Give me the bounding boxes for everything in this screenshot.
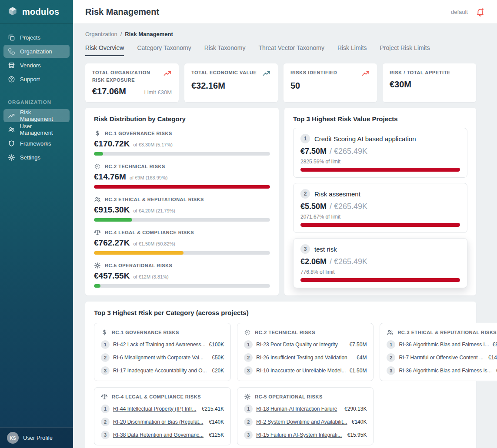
top-projects-panel: Top 3 Highest Risk Value Projects 1 Cred… (284, 108, 476, 295)
category-label: RC-4 LEGAL & COMPLIANCE RISKS (105, 230, 194, 235)
dollar-icon (101, 329, 108, 336)
risk-item: 2 RI-20 Discrimination or Bias (Regulat.… (101, 418, 224, 426)
stat-cards: TOTAL ORGANIZATION RISK EXPOSURE €17.06M… (85, 63, 476, 102)
sidebar-item-risk-management[interactable]: Risk Management (3, 109, 70, 122)
risk-item: 3 RI-15 Failure in AI-System Integrati..… (244, 431, 367, 439)
risk-link[interactable]: RI-36 Algorithmic Bias and Fairness Is..… (399, 368, 492, 374)
risk-link[interactable]: RI-17 Inadequate Accountability and O... (113, 368, 208, 374)
project-card-2[interactable]: 2 Risk assesment €5.50M / €265.49K 2071.… (293, 183, 467, 233)
progress-bar (94, 284, 270, 288)
progress-bar (94, 218, 270, 222)
distribution-row-rc2: RC-2 TECHNICAL RISKS €14.76M of €9M (163… (94, 163, 270, 189)
risk-link[interactable]: RI-7 Harmful or Offensive Content ... (399, 355, 484, 361)
stat-label: TOTAL ORGANIZATION RISK EXPOSURE (92, 69, 160, 83)
brand-logo[interactable]: modulos (0, 0, 73, 24)
stat-limit-note: Limit €30M (144, 89, 172, 96)
project-card-3[interactable]: 3 test risk €2.06M / €265.49K 776.8% of … (293, 238, 467, 288)
risk-value: €50K (212, 355, 224, 361)
stat-value: €32.16M (191, 81, 225, 91)
tab-project-risk-limits[interactable]: Project Risk Limits (380, 44, 430, 56)
project-name: test risk (314, 246, 337, 253)
risk-link[interactable]: RI-26 Insufficient Testing and Validatio… (256, 355, 353, 361)
panel-title: Top 3 Highest Risk per Category (across … (94, 309, 467, 316)
risk-link[interactable]: RI-42 Lack of Training and Awareness... (113, 342, 206, 348)
sidebar-item-user-management[interactable]: User Management (3, 123, 70, 136)
page-title: Risk Management (85, 7, 159, 17)
risk-value: €900K (493, 342, 497, 348)
sidebar-item-projects[interactable]: Projects (3, 31, 70, 44)
project-name: Credit Scoring AI based application (314, 135, 416, 143)
gear-icon (8, 154, 15, 161)
breadcrumb-organization[interactable]: Organization (85, 31, 117, 37)
workflow-icon (8, 48, 15, 55)
sidebar-item-support[interactable]: Support (3, 73, 70, 86)
sidebar-item-frameworks[interactable]: Frameworks (3, 137, 70, 150)
distribution-row-rc3: RC-3 ETHICAL & REPUTATIONAL RISKS €915.3… (94, 196, 270, 222)
shield-icon (8, 140, 15, 147)
risk-link[interactable]: RI-2 System Downtime and Availabilit... (256, 419, 348, 425)
risk-item: 1 RI-23 Poor Data Quality or Integrity €… (244, 340, 367, 349)
category-note: of €12M (3.81%) (133, 274, 168, 279)
sidebar-item-label: User Management (20, 123, 65, 136)
tab-risk-taxonomy[interactable]: Risk Taxonomy (204, 44, 246, 56)
store-icon (8, 62, 15, 69)
risk-link[interactable]: RI-18 Human-AI Interaction Failure (256, 406, 341, 412)
users-icon (8, 126, 15, 133)
sidebar-item-label: Support (20, 76, 40, 83)
rank-badge: 3 (244, 366, 253, 375)
dollar-icon (94, 130, 101, 137)
stat-card-risk-total-appetite: RISK / TOTAL APPETITE €30M (383, 63, 476, 102)
risk-item: 2 RI-6 Misalignment with Corporate Val..… (101, 353, 224, 362)
category-card-rc5: RC-5 OPERATIONAL RISKS 1 RI-18 Human-AI … (237, 387, 374, 445)
panel-title: Top 3 Highest Risk Value Projects (293, 115, 467, 123)
sidebar-item-vendors[interactable]: Vendors (3, 59, 70, 72)
chip-icon (244, 329, 251, 336)
scales-icon (101, 393, 108, 400)
bell-icon[interactable] (476, 7, 485, 17)
category-note: of €1.50M (50.82%) (133, 241, 175, 246)
modulos-cube-icon (7, 6, 18, 17)
category-note: of €9M (163.99%) (130, 175, 167, 180)
rank-badge: 2 (244, 353, 253, 362)
stat-card-risks-identified: RISKS IDENTIFIED 50 (284, 63, 377, 102)
risk-link[interactable]: RI-6 Misalignment with Corporate Val... (113, 355, 208, 361)
risk-link[interactable]: RI-36 Algorithmic Bias and Fairness I... (399, 342, 489, 348)
sidebar-item-organization[interactable]: Organization (3, 45, 70, 58)
rank-badge: 1 (244, 340, 253, 349)
top-risks-panel: Top 3 Highest Risk per Category (across … (85, 302, 476, 448)
risk-link[interactable]: RI-20 Discrimination or Bias (Regulat... (113, 419, 206, 425)
progress-bar (94, 251, 270, 255)
risk-value: €14.89K (488, 355, 497, 361)
risk-item: 3 RI-17 Inadequate Accountability and O.… (101, 366, 224, 375)
risk-value: €1.50M (349, 368, 367, 374)
risk-value: €7.50M (349, 342, 367, 348)
risk-link[interactable]: RI-15 Failure in AI-System Integrati... (256, 432, 344, 438)
user-profile[interactable]: KS User Profile (0, 427, 73, 448)
category-note: of €4.20M (21.79%) (133, 208, 175, 213)
trending-up-icon (361, 69, 370, 78)
risk-link[interactable]: RI-44 Intellectual Property (IP) Infr... (113, 406, 198, 412)
rank-badge: 2 (387, 353, 395, 362)
category-label: RC-1 GOVERNANCE RISKS (112, 330, 179, 335)
sidebar-item-settings[interactable]: Settings (3, 151, 70, 164)
users-icon (94, 196, 101, 203)
tab-threat-vector-taxonomy[interactable]: Threat Vector Taxonomy (258, 44, 324, 56)
tab-risk-overview[interactable]: Risk Overview (85, 44, 124, 56)
project-risk-value: €5.50M (300, 202, 327, 211)
risk-link[interactable]: RI-10 Inaccurate or Unreliable Model... (256, 368, 346, 374)
risk-link[interactable]: RI-23 Poor Data Quality or Integrity (256, 342, 346, 348)
trending-up-icon (8, 112, 15, 119)
environment-label[interactable]: default (451, 9, 468, 15)
stat-card-total-economic-value: TOTAL ECONOMIC VALUE €32.16M (184, 63, 278, 102)
trending-up-icon (163, 69, 172, 78)
stat-label: TOTAL ECONOMIC VALUE (191, 69, 257, 78)
sidebar: modulos Projects Organization Vendors Su… (0, 0, 73, 448)
risk-item: 2 RI-2 System Downtime and Availabilit..… (244, 418, 367, 426)
tab-category-taxonomy[interactable]: Category Taxonomy (137, 44, 191, 56)
category-label: RC-3 ETHICAL & REPUTATIONAL RISKS (397, 330, 497, 335)
risk-link[interactable]: RI-38 Data Retention and Governanc... (113, 432, 206, 438)
project-card-1[interactable]: 1 Credit Scoring AI based application €7… (293, 128, 467, 178)
sidebar-item-label: Frameworks (20, 140, 51, 147)
rank-badge: 2 (101, 353, 110, 362)
tab-risk-limits[interactable]: Risk Limits (337, 44, 367, 56)
